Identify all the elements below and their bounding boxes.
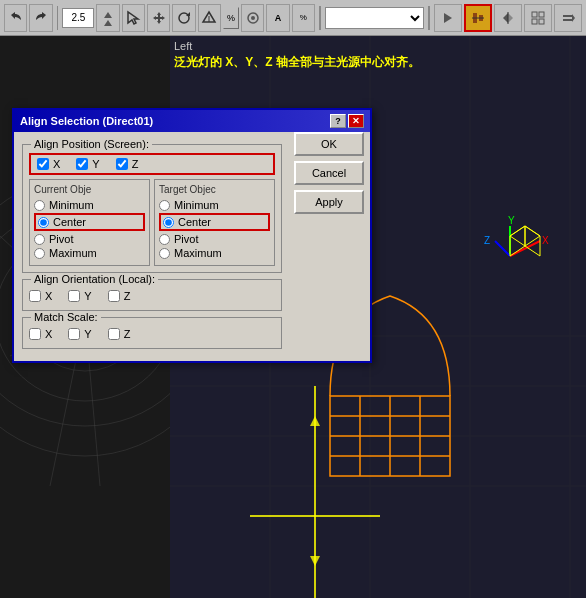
orient-x-checkbox[interactable] [29,290,41,302]
svg-marker-0 [104,12,112,18]
scale-button[interactable] [198,4,221,32]
match-scale-groupbox: Match Scale: X Y Z [22,317,282,349]
orient-x-item[interactable]: X [29,290,52,302]
orient-x-label: X [45,290,52,302]
scale-x-label: X [45,328,52,340]
orient-z-checkbox[interactable] [108,290,120,302]
current-center-radio[interactable] [38,217,49,228]
current-minimum-radio[interactable] [34,200,45,211]
orient-y-item[interactable]: Y [68,290,91,302]
viewport-label: Left [174,40,192,52]
checkbox-y[interactable] [76,158,88,170]
scale-z-item[interactable]: Z [108,328,131,340]
dialog-title: Align Selection (Direct01) [20,115,153,127]
svg-point-6 [251,16,255,20]
undo-button[interactable] [4,4,27,32]
angle-snap[interactable]: A [266,4,289,32]
target-minimum-item: Minimum [159,199,270,211]
svg-marker-11 [503,13,508,23]
checkbox-z[interactable] [116,158,128,170]
current-center-item: Center [34,213,145,231]
viewport-dropdown[interactable] [325,7,425,29]
xyz-checkbox-row: X Y Z [29,153,275,175]
move-button[interactable] [147,4,170,32]
ok-button[interactable]: OK [294,132,364,156]
match-scale-label: Match Scale: [31,311,101,323]
align-orientation-groupbox: Align Orientation (Local): X Y Z [22,279,282,311]
separator-3 [428,6,430,30]
separator-2 [319,6,321,30]
redo-button[interactable] [29,4,52,32]
svg-rect-15 [539,12,544,17]
target-pivot-item: Pivot [159,233,270,245]
current-pivot-radio[interactable] [34,234,45,245]
target-center-radio[interactable] [163,217,174,228]
checkbox-x-item[interactable]: X [37,158,60,170]
mirror-button[interactable] [494,4,522,32]
target-pivot-radio[interactable] [159,234,170,245]
scale-z-label: Z [124,328,131,340]
orient-y-label: Y [84,290,91,302]
dialog-help-button[interactable]: ? [330,114,346,128]
svg-text:X: X [542,235,549,246]
checkbox-y-label: Y [92,158,99,170]
toolbar-right-group [434,4,582,32]
current-maximum-label: Maximum [49,247,97,259]
checkbox-z-label: Z [132,158,139,170]
array-button[interactable] [524,4,552,32]
align-dialog: Align Selection (Direct01) ? ✕ OK Cancel… [12,108,372,363]
number-input[interactable] [62,8,94,28]
svg-rect-17 [539,19,544,24]
target-object-column: Target Objec Minimum Center Pivot [154,179,275,266]
target-minimum-radio[interactable] [159,200,170,211]
checkbox-y-item[interactable]: Y [76,158,99,170]
target-center-item: Center [159,213,270,231]
current-minimum-item: Minimum [34,199,145,211]
svg-marker-12 [508,13,513,23]
percent-button[interactable]: % [223,7,239,29]
scale-x-item[interactable]: X [29,328,52,340]
orient-z-label: Z [124,290,131,302]
scale-y-checkbox[interactable] [68,328,80,340]
rotate-button[interactable] [172,4,195,32]
scale-y-label: Y [84,328,91,340]
spinner-up[interactable] [96,4,119,32]
dialog-title-buttons: ? ✕ [330,114,364,128]
dialog-close-button[interactable]: ✕ [348,114,364,128]
target-center-label: Center [178,216,211,228]
orient-z-item[interactable]: Z [108,290,131,302]
dialog-body: OK Cancel Apply Align Position (Screen):… [14,132,370,361]
snap-toggle[interactable] [241,4,264,32]
quick-align-button[interactable] [554,4,582,32]
select-button[interactable] [122,4,145,32]
percent-snap[interactable]: % [292,4,315,32]
scale-z-checkbox[interactable] [108,328,120,340]
current-maximum-item: Maximum [34,247,145,259]
scale-x-checkbox[interactable] [29,328,41,340]
align-orientation-label: Align Orientation (Local): [31,273,158,285]
current-pivot-label: Pivot [49,233,73,245]
current-maximum-radio[interactable] [34,248,45,259]
checkbox-x-label: X [53,158,60,170]
target-maximum-radio[interactable] [159,248,170,259]
checkbox-z-item[interactable]: Z [116,158,139,170]
svg-rect-16 [532,19,537,24]
orient-y-checkbox[interactable] [68,290,80,302]
svg-text:Z: Z [484,235,490,246]
separator-1 [57,6,59,30]
main-toolbar: % A % [0,0,586,36]
cancel-button[interactable]: Cancel [294,161,364,185]
align-button-active[interactable] [464,4,492,32]
align-position-groupbox: Align Position (Screen): X Y Z [22,144,282,273]
scale-y-item[interactable]: Y [68,328,91,340]
current-minimum-label: Minimum [49,199,94,211]
current-pivot-item: Pivot [34,233,145,245]
scale-checkboxes: X Y Z [29,326,275,342]
svg-rect-18 [563,15,573,17]
orientation-checkboxes: X Y Z [29,288,275,304]
svg-text:Y: Y [508,215,515,226]
apply-button[interactable]: Apply [294,190,364,214]
checkbox-x[interactable] [37,158,49,170]
svg-marker-20 [572,14,575,22]
play-button[interactable] [434,4,462,32]
